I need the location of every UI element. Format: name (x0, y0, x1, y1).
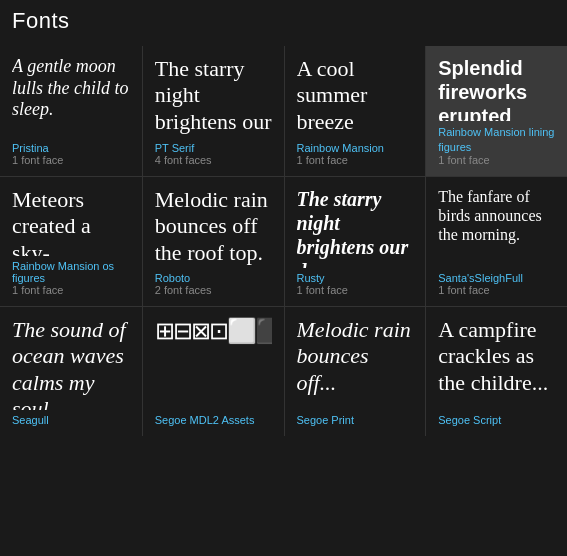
font-preview-melodic: Melodic rain bounces off the roof top. (155, 187, 272, 266)
font-faces-rainbow-lining: 1 font face (438, 154, 555, 166)
font-cell-ptserif[interactable]: The starry night brightens our dreams.PT… (142, 46, 284, 176)
font-faces-rainbow-os: 1 font face (12, 284, 130, 296)
page-title: Fonts (0, 0, 567, 46)
font-preview-ptserif: The starry night brightens our dreams. (155, 56, 272, 138)
font-preview-rainbow1: A cool summer breeze awakens the trees. (297, 56, 414, 138)
font-name-seagull[interactable]: Seagull (12, 414, 130, 426)
font-faces-melodic: 2 font faces (155, 284, 272, 296)
font-cell-rusty[interactable]: The starry night brightens our dreams.Ru… (284, 176, 426, 306)
font-cell-segoescript[interactable]: A campfire crackles as the childre...Seg… (425, 306, 567, 436)
font-cell-rainbow-os[interactable]: Meteors created a sky-symphony of light.… (0, 176, 142, 306)
font-preview-segoescript: A campfire crackles as the childre... (438, 317, 555, 396)
font-name-rainbow1[interactable]: Rainbow Mansion (297, 142, 414, 154)
font-faces-ptserif: 4 font faces (155, 154, 272, 166)
font-cell-seagull[interactable]: The sound of ocean waves calms my soul.S… (0, 306, 142, 436)
font-cell-rainbow1[interactable]: A cool summer breeze awakens the trees.R… (284, 46, 426, 176)
font-name-santassleigh[interactable]: Santa'sSleighFull (438, 272, 555, 284)
font-faces-santassleigh: 1 font face (438, 284, 555, 296)
page-container: Fonts A gentle moon lulls the child to s… (0, 0, 567, 436)
font-cell-segoprint[interactable]: Melodic rain bounces off...Segoe Print (284, 306, 426, 436)
font-name-melodic[interactable]: Roboto (155, 272, 272, 284)
font-name-mdl2[interactable]: Segoe MDL2 Assets (155, 414, 272, 426)
font-name-segoprint[interactable]: Segoe Print (297, 414, 414, 426)
font-faces-rusty: 1 font face (297, 284, 414, 296)
font-cell-pristina[interactable]: A gentle moon lulls the child to sleep.P… (0, 46, 142, 176)
font-cell-mdl2[interactable]: ⊞⊟⊠⊡⬜⬛▪▫...Segoe MDL2 Assets (142, 306, 284, 436)
font-preview-pristina: A gentle moon lulls the child to sleep. (12, 56, 130, 121)
font-preview-rainbow-os: Meteors created a sky-symphony of light. (12, 187, 130, 256)
font-name-segoescript[interactable]: Segoe Script (438, 414, 555, 426)
font-name-pristina[interactable]: Pristina (12, 142, 130, 154)
font-cell-rainbow-lining[interactable]: Splendid fireworks erupted over the sky.… (425, 46, 567, 176)
font-name-rainbow-lining[interactable]: Rainbow Mansion lining figures (438, 125, 555, 154)
font-preview-seagull: The sound of ocean waves calms my soul. (12, 317, 130, 410)
font-name-rainbow-os[interactable]: Rainbow Mansion os figures (12, 260, 130, 284)
font-preview-rusty: The starry night brightens our dreams. (297, 187, 414, 268)
font-cell-santassleigh[interactable]: The fanfare of birds announces the morni… (425, 176, 567, 306)
font-grid: A gentle moon lulls the child to sleep.P… (0, 46, 567, 436)
font-faces-rainbow1: 1 font face (297, 154, 414, 166)
font-preview-mdl2: ⊞⊟⊠⊡⬜⬛▪▫... (155, 317, 272, 346)
font-faces-pristina: 1 font face (12, 154, 130, 166)
font-cell-melodic[interactable]: Melodic rain bounces off the roof top.Ro… (142, 176, 284, 306)
font-preview-santassleigh: The fanfare of birds announces the morni… (438, 187, 555, 245)
font-preview-rainbow-lining: Splendid fireworks erupted over the sky. (438, 56, 555, 121)
font-name-rusty[interactable]: Rusty (297, 272, 414, 284)
font-name-ptserif[interactable]: PT Serif (155, 142, 272, 154)
font-preview-segoprint: Melodic rain bounces off... (297, 317, 414, 396)
